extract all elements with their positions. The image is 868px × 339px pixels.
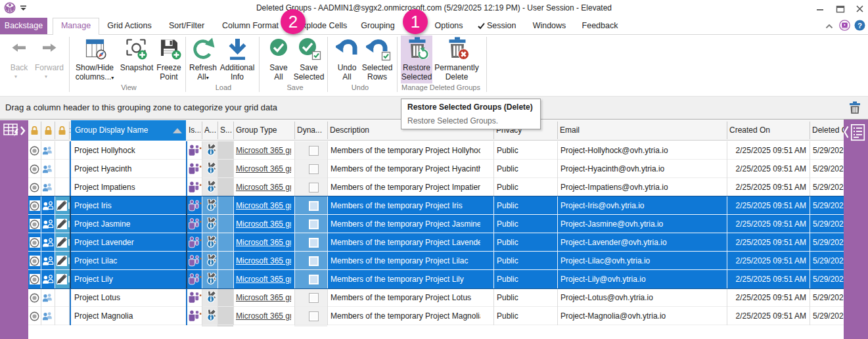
svg-text:?: ? [857,22,862,30]
